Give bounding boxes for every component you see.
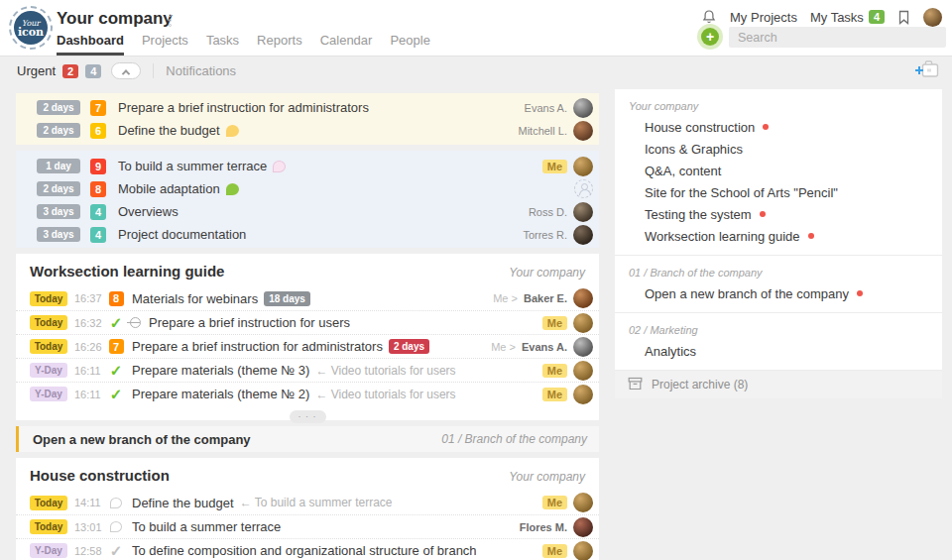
- avatar[interactable]: [573, 288, 593, 308]
- priority-badge: 9: [90, 159, 106, 174]
- avatar[interactable]: [573, 493, 593, 512]
- show-more-button[interactable]: · · ·: [290, 410, 326, 423]
- avatar[interactable]: [573, 541, 593, 560]
- task-row[interactable]: Y-Day16:11✓Prepare materials (theme № 3)…: [16, 358, 599, 382]
- avatar[interactable]: [573, 202, 593, 222]
- notifications-link[interactable]: Notifications: [166, 63, 236, 78]
- section-title[interactable]: Worksection learning guide: [30, 263, 224, 280]
- task-title-text: Project documentation: [118, 227, 246, 242]
- sidebar-project-item[interactable]: Q&A, content: [615, 160, 942, 181]
- bookmark-icon[interactable]: [897, 10, 910, 25]
- task-row[interactable]: Y-Day12:58✓To define composition and org…: [16, 538, 599, 560]
- task-title[interactable]: Prepare a brief instruction for administ…: [118, 100, 369, 115]
- add-widget-icon[interactable]: [914, 57, 944, 85]
- tab-projects[interactable]: Projects: [142, 33, 188, 56]
- task-row[interactable]: 2 days8Mobile adaptation: [16, 177, 599, 200]
- due-badge: Today: [30, 291, 67, 306]
- add-button[interactable]: +: [701, 28, 719, 46]
- task-title[interactable]: Define the budget← To build a summer ter…: [132, 496, 392, 510]
- task-row[interactable]: 1 day9To build a summer terraceMe: [16, 155, 599, 177]
- task-title[interactable]: Materials for webinars18 days: [132, 291, 310, 306]
- user-avatar[interactable]: [923, 8, 942, 27]
- section-project-label[interactable]: 01 / Branch of the company: [441, 432, 587, 446]
- task-row[interactable]: Y-Day16:11✓Prepare materials (theme № 2)…: [16, 382, 599, 405]
- task-title[interactable]: Overviews: [118, 204, 178, 219]
- tab-people[interactable]: People: [390, 33, 429, 56]
- avatar[interactable]: [573, 385, 593, 404]
- sidebar-project-item[interactable]: Icons & Graphics: [615, 138, 942, 160]
- avatar[interactable]: [573, 313, 593, 333]
- task-title[interactable]: Prepare a brief instruction for administ…: [132, 339, 429, 354]
- avatar[interactable]: [573, 98, 593, 118]
- nav-my-tasks[interactable]: My Tasks 4: [810, 10, 885, 25]
- project-label: Icons & Graphics: [645, 142, 743, 157]
- project-archive-row[interactable]: Project archive (8): [615, 371, 942, 398]
- task-title[interactable]: Define the budget: [118, 123, 239, 138]
- task-row[interactable]: 3 days4Project documentationTorres R.: [16, 223, 599, 246]
- task-title[interactable]: Project documentation: [118, 227, 246, 242]
- tab-calendar[interactable]: Calendar: [320, 33, 373, 56]
- task-title[interactable]: Prepare a brief instruction for users: [149, 315, 350, 330]
- urgent-overdue-block: 2 days7Prepare a brief instruction for a…: [16, 93, 599, 145]
- due-badge: Today: [30, 339, 67, 354]
- search-input[interactable]: [729, 27, 946, 48]
- company-name[interactable]: Your company: [57, 9, 173, 29]
- task-title-text: Overviews: [118, 204, 178, 219]
- company-menu-icon[interactable]: [169, 12, 172, 29]
- avatar[interactable]: [573, 337, 593, 357]
- task-title[interactable]: To define composition and organizational…: [132, 543, 477, 558]
- comment-bubble-icon: [110, 521, 122, 532]
- task-title[interactable]: Prepare materials (theme № 3)← Video tut…: [132, 363, 456, 378]
- avatar[interactable]: [573, 361, 593, 381]
- project-groups: Your companyHouse constructionIcons & Gr…: [615, 89, 942, 371]
- task-row[interactable]: 3 days4OverviewsRoss D.: [16, 200, 599, 223]
- assignee-name: Flores M.: [520, 521, 567, 533]
- avatar[interactable]: [573, 157, 593, 176]
- sidebar-project-item[interactable]: Testing the system: [615, 203, 942, 225]
- sidebar-project-item[interactable]: Analytics: [615, 340, 942, 362]
- task-row[interactable]: Today14:11Define the budget← To build a …: [16, 491, 599, 514]
- assignee: Me: [542, 541, 593, 560]
- company-logo[interactable]: Your icon: [9, 6, 53, 50]
- tab-reports[interactable]: Reports: [257, 33, 302, 56]
- task-row[interactable]: Today13:01To build a summer terraceFlore…: [16, 514, 599, 538]
- section-title[interactable]: House construction: [30, 467, 170, 484]
- task-title[interactable]: Mobile adaptation: [118, 181, 239, 196]
- tab-dashboard[interactable]: Dashboard: [57, 33, 124, 56]
- project-label: House construction: [645, 120, 755, 135]
- section-project-label[interactable]: Your company: [509, 470, 585, 484]
- sidebar-project-item[interactable]: Worksection learning guide: [615, 225, 942, 247]
- task-row[interactable]: Today16:32✓Prepare a brief instruction f…: [16, 310, 599, 334]
- avatar[interactable]: [573, 121, 593, 141]
- task-status: 7: [104, 339, 128, 354]
- comment-bubble-icon: [226, 183, 239, 195]
- sidebar-project-item[interactable]: Open a new branch of the company: [615, 282, 942, 304]
- due-badge: 3 days: [37, 227, 80, 242]
- section-title[interactable]: Open a new branch of the company: [33, 432, 251, 447]
- task-title-text: To define composition and organizational…: [132, 543, 477, 558]
- tab-tasks[interactable]: Tasks: [206, 33, 239, 56]
- section-header: Worksection learning guideYour company: [16, 254, 599, 286]
- sidebar-project-item[interactable]: Site for the School of Arts "Pencil": [615, 181, 942, 203]
- task-title[interactable]: Prepare materials (theme № 2)← Video tut…: [132, 387, 456, 401]
- avatar[interactable]: [573, 517, 593, 537]
- task-row[interactable]: Today16:267Prepare a brief instruction f…: [16, 334, 599, 358]
- section-open-new-branch-collapsed[interactable]: Open a new branch of the company01 / Bra…: [16, 426, 599, 452]
- task-row[interactable]: 2 days6Define the budgetMitchell L.: [16, 119, 599, 142]
- task-title-text: Prepare materials (theme № 2): [132, 387, 309, 401]
- task-title[interactable]: To build a summer terrace: [132, 519, 281, 534]
- task-title-text: Prepare materials (theme № 3): [132, 363, 309, 378]
- comment-bubble-icon: [110, 498, 122, 508]
- sidebar-project-item[interactable]: House construction: [615, 116, 942, 138]
- task-row[interactable]: 2 days7Prepare a brief instruction for a…: [16, 96, 599, 119]
- notifications-bell-icon[interactable]: [701, 9, 717, 25]
- nav-my-projects[interactable]: My Projects: [730, 10, 797, 25]
- task-title[interactable]: To build a summer terrace: [118, 159, 286, 173]
- collapse-urgent-button[interactable]: [111, 62, 141, 79]
- unread-dot: [808, 233, 814, 239]
- section-project-label[interactable]: Your company: [509, 266, 585, 280]
- urgent-overdue-count-badge[interactable]: 2: [62, 64, 78, 78]
- urgent-upcoming-count-badge[interactable]: 4: [85, 64, 101, 78]
- avatar[interactable]: [573, 225, 593, 245]
- task-row[interactable]: Today16:378Materials for webinars18 days…: [16, 286, 599, 310]
